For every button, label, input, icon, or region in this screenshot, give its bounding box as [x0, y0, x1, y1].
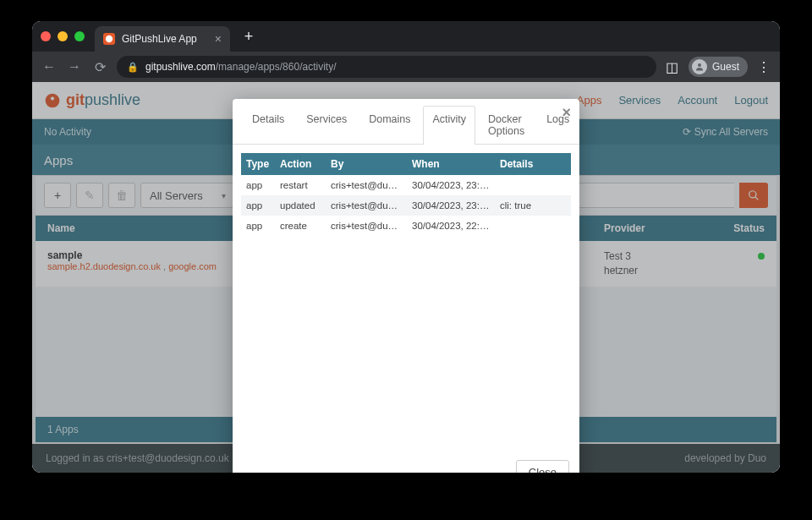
tab-logs[interactable]: Logs — [537, 106, 579, 144]
close-button[interactable]: Close — [516, 460, 569, 473]
tab-services[interactable]: Services — [297, 106, 356, 144]
lock-icon: 🔒 — [127, 62, 139, 73]
page: gitpushlive Apps Services Account Logout… — [32, 82, 780, 473]
cell-details — [495, 175, 571, 195]
modal-tabs: Details Services Domains Activity Docker… — [233, 99, 579, 145]
window-minimize[interactable] — [58, 31, 68, 41]
tab-domains[interactable]: Domains — [359, 106, 420, 144]
tab-docker-options[interactable]: Docker Options — [479, 106, 534, 144]
avatar-icon — [692, 59, 707, 74]
cell-when: 30/04/2023, 22:56 — [407, 216, 495, 236]
tab-details[interactable]: Details — [243, 106, 294, 144]
window-maximize[interactable] — [74, 31, 85, 41]
browser-window: GitPushLive App × + ← → ⟳ 🔒 gitpushlive.… — [32, 21, 780, 473]
tab-close-icon[interactable]: × — [215, 32, 222, 46]
cell-by: cris+test@duodesign.c — [326, 175, 407, 195]
tab-title: GitPushLive App — [122, 33, 197, 45]
address-bar[interactable]: 🔒 gitpushlive.com/manage/apps/860/activi… — [117, 56, 656, 78]
col-by: By — [326, 153, 407, 175]
extensions-icon[interactable]: ◫ — [665, 59, 680, 75]
toolbar: ← → ⟳ 🔒 gitpushlive.com/manage/apps/860/… — [32, 52, 780, 82]
new-tab-button[interactable]: + — [239, 28, 259, 46]
window-controls — [41, 31, 85, 41]
nav-reload[interactable]: ⟳ — [91, 59, 108, 75]
col-when: When — [407, 153, 495, 175]
cell-when: 30/04/2023, 23:30 — [407, 175, 495, 195]
cell-details — [495, 216, 571, 236]
nav-forward[interactable]: → — [66, 59, 83, 74]
browser-tab[interactable]: GitPushLive App × — [95, 26, 230, 52]
col-action: Action — [275, 153, 326, 175]
col-details: Details — [495, 153, 571, 175]
modal-close-x[interactable]: × — [562, 104, 571, 122]
profile-chip[interactable]: Guest — [689, 57, 748, 77]
cell-by: cris+test@duodesign.c — [326, 216, 407, 236]
cell-action: restart — [275, 175, 326, 195]
activity-row: app restart cris+test@duodesign.c 30/04/… — [241, 175, 571, 195]
browser-menu[interactable]: ⋮ — [756, 59, 771, 75]
cell-when: 30/04/2023, 23:27 — [407, 195, 495, 216]
tab-activity[interactable]: Activity — [423, 106, 475, 144]
profile-label: Guest — [712, 61, 739, 73]
svg-point-1 — [698, 63, 701, 67]
cell-type: app — [241, 195, 275, 216]
activity-table: Type Action By When Details app restart … — [241, 153, 571, 443]
nav-back[interactable]: ← — [41, 59, 58, 74]
activity-row: app updated cris+test@duodesign.c 30/04/… — [241, 195, 571, 216]
modal-overlay[interactable]: Details Services Domains Activity Docker… — [32, 82, 780, 473]
activity-modal: Details Services Domains Activity Docker… — [233, 99, 579, 473]
cell-action: updated — [275, 195, 326, 216]
cell-action: create — [275, 216, 326, 236]
modal-footer: Close — [233, 452, 579, 473]
url-path: /manage/apps/860/activity/ — [216, 61, 337, 73]
tab-strip: GitPushLive App × + — [32, 21, 780, 52]
activity-row: app create cris+test@duodesign.c 30/04/2… — [241, 216, 571, 236]
cell-details: cli: true — [495, 195, 571, 216]
url-host: gitpushlive.com — [145, 61, 216, 73]
activity-table-header: Type Action By When Details — [241, 153, 571, 175]
cell-type: app — [241, 175, 275, 195]
svg-point-0 — [106, 36, 112, 42]
col-type: Type — [241, 153, 275, 175]
window-close[interactable] — [41, 31, 51, 41]
cell-type: app — [241, 216, 275, 236]
favicon-gitpushlive — [103, 33, 115, 45]
cell-by: cris+test@duodesign.c — [326, 195, 407, 216]
